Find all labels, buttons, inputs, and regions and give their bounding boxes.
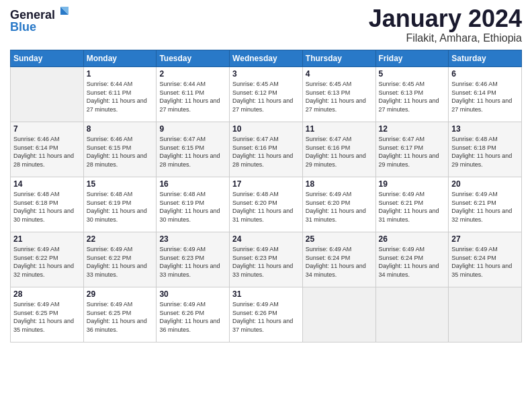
- table-row: 14Sunrise: 6:48 AMSunset: 6:18 PMDayligh…: [11, 177, 84, 232]
- page: GeneralBlue January 2024 Filakit, Amhara…: [0, 0, 532, 411]
- day-number: 8: [87, 124, 154, 134]
- table-row: 22Sunrise: 6:49 AMSunset: 6:22 PMDayligh…: [83, 232, 157, 287]
- table-row: [11, 67, 84, 122]
- day-number: 9: [159, 124, 226, 134]
- day-number: 27: [451, 234, 519, 244]
- table-row: 28Sunrise: 6:49 AMSunset: 6:25 PMDayligh…: [11, 287, 84, 342]
- day-number: 24: [232, 234, 300, 244]
- table-row: [449, 287, 522, 342]
- day-info: Sunrise: 6:46 AMSunset: 6:14 PMDaylight:…: [451, 80, 519, 113]
- day-number: 11: [306, 124, 373, 134]
- table-row: 29Sunrise: 6:49 AMSunset: 6:25 PMDayligh…: [83, 287, 157, 342]
- day-number: 1: [87, 69, 154, 79]
- day-number: 25: [306, 234, 373, 244]
- day-info: Sunrise: 6:49 AMSunset: 6:22 PMDaylight:…: [13, 245, 81, 279]
- svg-text:Blue: Blue: [10, 20, 36, 34]
- day-info: Sunrise: 6:47 AMSunset: 6:16 PMDaylight:…: [306, 135, 373, 169]
- calendar-title: January 2024: [369, 7, 522, 31]
- day-number: 13: [451, 124, 519, 134]
- day-info: Sunrise: 6:48 AMSunset: 6:18 PMDaylight:…: [451, 135, 519, 169]
- title-block: January 2024 Filakit, Amhara, Ethiopia: [369, 7, 522, 44]
- day-number: 15: [87, 179, 154, 189]
- day-number: 30: [159, 289, 226, 299]
- day-number: 31: [232, 289, 300, 299]
- calendar-week-row: 7Sunrise: 6:46 AMSunset: 6:14 PMDaylight…: [11, 122, 522, 177]
- table-row: 3Sunrise: 6:45 AMSunset: 6:12 PMDaylight…: [230, 67, 303, 122]
- calendar-week-row: 1Sunrise: 6:44 AMSunset: 6:11 PMDaylight…: [11, 67, 522, 122]
- table-row: 2Sunrise: 6:44 AMSunset: 6:11 PMDaylight…: [157, 67, 230, 122]
- day-number: 29: [87, 289, 154, 299]
- table-row: 26Sunrise: 6:49 AMSunset: 6:24 PMDayligh…: [375, 232, 449, 287]
- day-number: 6: [451, 69, 519, 79]
- day-info: Sunrise: 6:49 AMSunset: 6:24 PMDaylight:…: [379, 245, 446, 279]
- logo-icon: GeneralBlue: [10, 7, 71, 35]
- table-row: 31Sunrise: 6:49 AMSunset: 6:26 PMDayligh…: [230, 287, 303, 342]
- col-thursday: Thursday: [302, 50, 375, 67]
- table-row: 10Sunrise: 6:47 AMSunset: 6:16 PMDayligh…: [230, 122, 303, 177]
- calendar-subtitle: Filakit, Amhara, Ethiopia: [369, 32, 522, 44]
- day-info: Sunrise: 6:49 AMSunset: 6:23 PMDaylight:…: [232, 245, 300, 279]
- col-wednesday: Wednesday: [230, 50, 303, 67]
- weekday-row: Sunday Monday Tuesday Wednesday Thursday…: [11, 50, 522, 67]
- day-number: 10: [232, 124, 300, 134]
- day-number: 17: [232, 179, 300, 189]
- table-row: 6Sunrise: 6:46 AMSunset: 6:14 PMDaylight…: [449, 67, 522, 122]
- day-info: Sunrise: 6:46 AMSunset: 6:14 PMDaylight:…: [13, 135, 81, 169]
- day-info: Sunrise: 6:49 AMSunset: 6:26 PMDaylight:…: [232, 300, 300, 334]
- day-number: 20: [451, 179, 519, 189]
- calendar-table: Sunday Monday Tuesday Wednesday Thursday…: [10, 50, 522, 342]
- table-row: [302, 287, 375, 342]
- col-tuesday: Tuesday: [157, 50, 230, 67]
- day-number: 5: [379, 69, 446, 79]
- table-row: 15Sunrise: 6:48 AMSunset: 6:19 PMDayligh…: [83, 177, 157, 232]
- col-friday: Friday: [375, 50, 449, 67]
- day-number: 21: [13, 234, 81, 244]
- table-row: 7Sunrise: 6:46 AMSunset: 6:14 PMDaylight…: [11, 122, 84, 177]
- col-monday: Monday: [83, 50, 157, 67]
- table-row: 4Sunrise: 6:45 AMSunset: 6:13 PMDaylight…: [302, 67, 375, 122]
- day-number: 16: [159, 179, 226, 189]
- table-row: 25Sunrise: 6:49 AMSunset: 6:24 PMDayligh…: [302, 232, 375, 287]
- col-sunday: Sunday: [11, 50, 84, 67]
- day-info: Sunrise: 6:45 AMSunset: 6:12 PMDaylight:…: [232, 80, 300, 113]
- calendar-week-row: 21Sunrise: 6:49 AMSunset: 6:22 PMDayligh…: [11, 232, 522, 287]
- table-row: 13Sunrise: 6:48 AMSunset: 6:18 PMDayligh…: [449, 122, 522, 177]
- day-info: Sunrise: 6:49 AMSunset: 6:23 PMDaylight:…: [159, 245, 226, 279]
- day-number: 12: [379, 124, 446, 134]
- day-info: Sunrise: 6:44 AMSunset: 6:11 PMDaylight:…: [159, 80, 226, 113]
- day-info: Sunrise: 6:46 AMSunset: 6:15 PMDaylight:…: [87, 135, 154, 169]
- day-info: Sunrise: 6:49 AMSunset: 6:21 PMDaylight:…: [379, 190, 446, 224]
- day-info: Sunrise: 6:49 AMSunset: 6:21 PMDaylight:…: [451, 190, 519, 224]
- day-info: Sunrise: 6:49 AMSunset: 6:22 PMDaylight:…: [87, 245, 154, 279]
- day-number: 23: [159, 234, 226, 244]
- day-info: Sunrise: 6:47 AMSunset: 6:15 PMDaylight:…: [159, 135, 226, 169]
- day-info: Sunrise: 6:47 AMSunset: 6:17 PMDaylight:…: [379, 135, 446, 169]
- day-number: 26: [379, 234, 446, 244]
- day-number: 22: [87, 234, 154, 244]
- logo: GeneralBlue: [10, 7, 71, 35]
- day-info: Sunrise: 6:47 AMSunset: 6:16 PMDaylight:…: [232, 135, 300, 169]
- day-info: Sunrise: 6:45 AMSunset: 6:13 PMDaylight:…: [379, 80, 446, 113]
- col-saturday: Saturday: [449, 50, 522, 67]
- table-row: 24Sunrise: 6:49 AMSunset: 6:23 PMDayligh…: [230, 232, 303, 287]
- day-info: Sunrise: 6:49 AMSunset: 6:25 PMDaylight:…: [87, 300, 154, 334]
- day-info: Sunrise: 6:48 AMSunset: 6:18 PMDaylight:…: [13, 190, 81, 224]
- calendar-body: 1Sunrise: 6:44 AMSunset: 6:11 PMDaylight…: [11, 67, 522, 342]
- day-info: Sunrise: 6:44 AMSunset: 6:11 PMDaylight:…: [87, 80, 154, 113]
- day-info: Sunrise: 6:49 AMSunset: 6:24 PMDaylight:…: [451, 245, 519, 279]
- table-row: 20Sunrise: 6:49 AMSunset: 6:21 PMDayligh…: [449, 177, 522, 232]
- day-info: Sunrise: 6:49 AMSunset: 6:26 PMDaylight:…: [159, 300, 226, 334]
- table-row: 11Sunrise: 6:47 AMSunset: 6:16 PMDayligh…: [302, 122, 375, 177]
- table-row: 18Sunrise: 6:49 AMSunset: 6:20 PMDayligh…: [302, 177, 375, 232]
- table-row: 30Sunrise: 6:49 AMSunset: 6:26 PMDayligh…: [157, 287, 230, 342]
- svg-text:General: General: [10, 8, 55, 21]
- table-row: 8Sunrise: 6:46 AMSunset: 6:15 PMDaylight…: [83, 122, 157, 177]
- day-number: 18: [306, 179, 373, 189]
- day-number: 2: [159, 69, 226, 79]
- table-row: 19Sunrise: 6:49 AMSunset: 6:21 PMDayligh…: [375, 177, 449, 232]
- day-info: Sunrise: 6:49 AMSunset: 6:20 PMDaylight:…: [306, 190, 373, 224]
- day-info: Sunrise: 6:48 AMSunset: 6:19 PMDaylight:…: [159, 190, 226, 224]
- day-number: 14: [13, 179, 81, 189]
- day-info: Sunrise: 6:49 AMSunset: 6:24 PMDaylight:…: [306, 245, 373, 279]
- table-row: 23Sunrise: 6:49 AMSunset: 6:23 PMDayligh…: [157, 232, 230, 287]
